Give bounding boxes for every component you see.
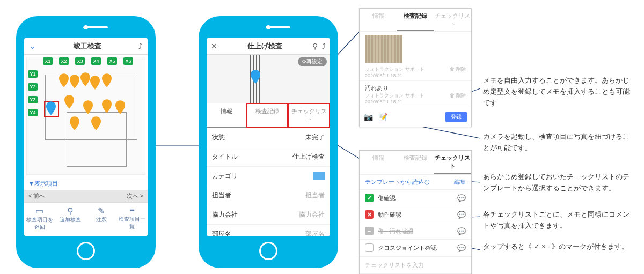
close-icon[interactable]: ✕	[211, 42, 217, 50]
tool-add-inspection[interactable]: ⚲追加検査	[55, 203, 86, 234]
panel-tab-info[interactable]: 情報	[360, 151, 397, 174]
reconfigure-button[interactable]: ⟳再設定	[298, 57, 327, 66]
annotation-tap-mark: タップすると《 ✓ × - 》のマークが付きます。	[483, 241, 633, 253]
pin-marker[interactable]	[64, 95, 74, 109]
category-color-chip	[313, 172, 325, 180]
home-button[interactable]	[77, 242, 95, 260]
field-category[interactable]: カテゴリ	[207, 167, 330, 186]
phone-frame-floorplan: ⌄ 竣工検査 ⤴ X1 X2 X3 X4 X5 X6 Y1 Y2 Y3 Y4	[16, 16, 156, 268]
record-timestamp: 2020/08/11 18:21	[365, 73, 425, 78]
tab-info[interactable]: 情報	[207, 103, 246, 128]
check-mark-ng[interactable]: ✕	[365, 210, 374, 219]
tab-checklist-highlighted[interactable]: チェックリスト	[288, 103, 330, 128]
check-mark-ok[interactable]: ✓	[365, 194, 374, 202]
record-meta-1: フォトラクション サポート 2020/08/11 18:21 🗑 削除	[360, 66, 471, 81]
phone1-title: 竣工検査	[74, 41, 101, 51]
load-template-link[interactable]: テンプレートから読込む	[365, 178, 430, 186]
annotation-template: あらかじめ登録しておいたチェックリストのテンプレートから選択することができます。	[483, 172, 633, 194]
record-meta-2: フォトラクション サポート 2020/08/11 18:21 🗑 削除	[360, 92, 471, 107]
delete-link[interactable]: 🗑 削除	[450, 66, 466, 78]
pin-selected[interactable]	[46, 101, 56, 115]
minimap[interactable]: ⟳再設定	[207, 55, 330, 103]
pin-marker[interactable]	[102, 99, 112, 113]
record-photo-thumbnail[interactable]	[365, 35, 402, 63]
checklist-input[interactable]: チェックリストを入力	[360, 256, 471, 273]
check-mark-neutral[interactable]: –	[365, 227, 374, 235]
pin-outline-icon[interactable]: ⚲	[312, 42, 318, 50]
list-icon: ≡	[117, 206, 148, 216]
route-icon: ▭	[24, 206, 55, 216]
comment-icon[interactable]: 💬	[457, 211, 466, 219]
display-items-toggle[interactable]: ▼表示項目	[24, 177, 148, 190]
panel-tab-checklist[interactable]: チェックリスト	[434, 151, 471, 174]
axis-y-labels: Y1 Y2 Y3 Y4	[28, 70, 38, 116]
record-author: フォトラクション サポート	[365, 66, 425, 73]
pin-marker[interactable]	[70, 116, 79, 130]
share-icon[interactable]: ⤴	[322, 42, 326, 50]
tool-annotate[interactable]: ✎注釈	[86, 203, 117, 234]
share-icon[interactable]: ⤴	[138, 42, 142, 50]
checklist-item: –傷、汚れ確認 💬	[360, 223, 471, 240]
checklist-item: クロスジョイント確認 💬	[360, 240, 471, 256]
pin-marker[interactable]	[70, 75, 79, 88]
pencil-icon: ✎	[86, 206, 117, 216]
checklist-item-label: 傷確認	[378, 194, 396, 202]
delete-link[interactable]: 🗑 削除	[450, 92, 466, 105]
inspection-record-panel: 情報 検査記録 チェックリスト フォトラクション サポート 2020/08/11…	[359, 8, 472, 127]
annotation-camera: カメラを起動し、検査項目に写真を紐づけることが可能です。	[483, 131, 633, 154]
comment-icon[interactable]: 💬	[457, 194, 466, 202]
tab-record-highlighted[interactable]: 検査記録	[246, 103, 288, 128]
tool-route[interactable]: ▭検査項目を巡回	[24, 203, 55, 234]
record-author: フォトラクション サポート	[365, 92, 425, 99]
camera-icon[interactable]: 📷	[364, 113, 373, 121]
axis-x-labels: X1 X2 X3 X4 X5 X6	[43, 57, 133, 65]
checklist-item: ✕動作確認 💬	[360, 206, 471, 223]
pin-marker[interactable]	[80, 72, 90, 86]
pin-icon: ⚲	[55, 206, 86, 216]
field-status[interactable]: 状態未完了	[207, 128, 330, 147]
pager-prev[interactable]: < 前へ	[28, 192, 45, 200]
pin-marker[interactable]	[102, 73, 112, 87]
check-mark-empty[interactable]	[365, 243, 374, 252]
checklist-item-label: 傷、汚れ確認	[378, 227, 413, 235]
back-chevron-icon[interactable]: ⌄	[30, 42, 36, 50]
pin-marker[interactable]	[115, 100, 125, 114]
annotation-comment: 各チェックリストごとに、メモと同様にコメントや写真を挿入できます。	[483, 209, 633, 232]
record-note-text: 汚れあり	[360, 81, 471, 92]
minimap-pin	[251, 70, 260, 84]
comment-icon[interactable]: 💬	[457, 227, 466, 235]
panel-tab-checklist[interactable]: チェックリスト	[434, 9, 471, 31]
field-assignee[interactable]: 担当者担当者	[207, 186, 330, 205]
floorplan-area[interactable]: X1 X2 X3 X4 X5 X6 Y1 Y2 Y3 Y4	[26, 57, 145, 175]
pager-next[interactable]: 次へ >	[127, 192, 143, 200]
phone2-header: ✕ 仕上げ検査 ⚲ ⤴	[207, 38, 330, 55]
checklist-item-label: クロスジョイント確認	[378, 244, 437, 252]
phone1-header: ⌄ 竣工検査 ⤴	[24, 38, 148, 55]
phone2-title: 仕上げ検査	[247, 41, 282, 51]
checklist-item-label: 動作確認	[378, 211, 401, 219]
detail-tabs: 情報 検査記録 チェックリスト	[207, 103, 330, 128]
field-partner[interactable]: 協力会社協力会社	[207, 205, 330, 225]
field-room[interactable]: 部屋名部屋名	[207, 225, 330, 236]
pager: < 前へ 次へ >	[24, 190, 148, 202]
memo-icon[interactable]: 📝	[378, 113, 387, 121]
comment-icon[interactable]: 💬	[457, 244, 466, 252]
pin-marker[interactable]	[59, 73, 69, 87]
pin-marker[interactable]	[90, 76, 100, 90]
edit-link[interactable]: 編集	[454, 178, 466, 186]
panel-tab-record[interactable]: 検査記録	[397, 151, 434, 174]
pin-marker[interactable]	[91, 116, 101, 130]
bottom-toolbar: ▭検査項目を巡回 ⚲追加検査 ✎注釈 ≡検査項目一覧	[24, 202, 148, 234]
checklist-panel: 情報 検査記録 チェックリスト テンプレートから読込む 編集 ✓傷確認 💬 ✕動…	[359, 150, 472, 274]
home-button[interactable]	[259, 242, 277, 260]
record-timestamp: 2020/08/11 18:21	[365, 99, 425, 105]
phone-frame-detail: ✕ 仕上げ検査 ⚲ ⤴ ⟳再設定 情報 検査記録 チェックリスト 状態未完了 タ…	[199, 16, 338, 268]
checklist-item: ✓傷確認 💬	[360, 190, 471, 206]
pin-marker[interactable]	[83, 100, 93, 114]
panel-tab-info[interactable]: 情報	[360, 9, 397, 31]
annotation-memo: メモを自由入力することができます。あらかじめ定型文を登録してメモを挿入することも…	[483, 75, 633, 108]
tool-list[interactable]: ≡検査項目一覧	[117, 203, 148, 234]
field-title[interactable]: タイトル仕上げ検査	[207, 147, 330, 167]
panel-tab-record[interactable]: 検査記録	[397, 9, 434, 31]
register-button[interactable]: 登録	[445, 112, 467, 122]
